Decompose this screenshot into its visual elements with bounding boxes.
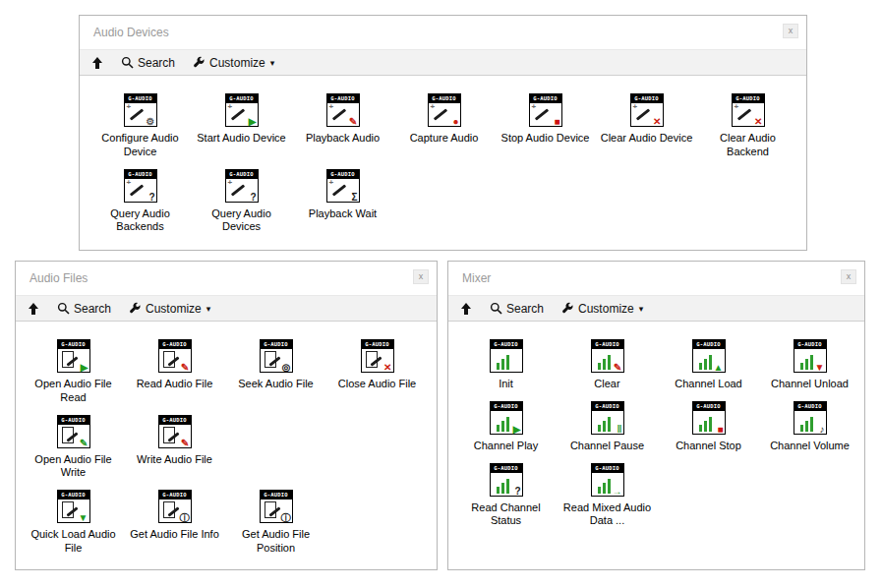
palette-item-label: Channel Unload	[771, 378, 849, 391]
palette-item-read-audio-file[interactable]: G-AUDIO✎Read Audio File	[124, 339, 225, 391]
palette-item-label: Channel Load	[675, 378, 742, 391]
palette-item-stop-audio-device[interactable]: G-AUDIO■Stop Audio Device	[495, 93, 596, 146]
palette-row: G-AUDIO⚙Configure Audio DeviceG-AUDIO▶St…	[89, 93, 806, 159]
palette-item-channel-volume[interactable]: G-AUDIO♪Channel Volume	[759, 401, 860, 453]
search-button[interactable]: Search	[57, 302, 111, 316]
palette-item-get-audio-file-info[interactable]: G-AUDIOⓘGet Audio File Info	[124, 490, 225, 542]
g-audio-icon: G-AUDIOⓘ	[260, 490, 293, 523]
palette-item-quick-load-audio-file[interactable]: G-AUDIO▼Quick Load Audio File	[23, 490, 124, 556]
palette-item-init[interactable]: G-AUDIOInit	[455, 339, 557, 391]
g-audio-icon: G-AUDIOΣ	[326, 169, 360, 203]
icon-banner-label: G-AUDIO	[794, 402, 826, 411]
titlebar: Audio Devices x	[80, 16, 806, 49]
palette-item-query-audio-backends[interactable]: G-AUDIO?Query Audio Backends	[89, 169, 191, 235]
search-icon	[57, 302, 70, 315]
palette-item-clear-audio-backend[interactable]: G-AUDIO✕Clear Audio Backend	[697, 93, 798, 159]
icon-banner-label: G-AUDIO	[693, 340, 725, 349]
palette-item-playback-audio[interactable]: G-AUDIO✎Playback Audio	[292, 93, 393, 146]
g-audio-icon: G-AUDIO✎	[57, 415, 90, 448]
accent-glyph-icon: ▶	[81, 363, 88, 373]
palette-item-label: Clear Audio Backend	[698, 132, 797, 159]
palette-item-label: Playback Audio	[306, 132, 380, 146]
palette-window-audio-files: Audio Files x Search Customize ▾ G-AUDIO…	[15, 261, 438, 570]
palette-item-label: Read Channel Status	[456, 501, 556, 529]
customize-button[interactable]: Customize ▾	[561, 302, 643, 316]
icon-banner-label: G-AUDIO	[592, 464, 623, 473]
palette-item-label: Seek Audio File	[238, 378, 313, 391]
palette-item-label: Clear	[594, 378, 619, 391]
palette-item-seek-audio-file[interactable]: G-AUDIO◎Seek Audio File	[225, 339, 326, 391]
desktop: Audio Devices x Search Customize ▾ G-AUD…	[0, 0, 882, 588]
customize-button[interactable]: Customize ▾	[129, 302, 210, 316]
palette-item-configure-audio-device[interactable]: G-AUDIO⚙Configure Audio Device	[89, 93, 191, 159]
palette-item-label: Query Audio Backends	[90, 207, 190, 235]
close-button[interactable]: x	[783, 24, 798, 38]
palette-item-label: Channel Pause	[570, 440, 644, 453]
palette-item-label: Get Audio File Position	[226, 528, 325, 556]
g-audio-icon: G-AUDIO♪	[794, 401, 827, 435]
palette-item-channel-unload[interactable]: G-AUDIO▼Channel Unload	[759, 339, 860, 391]
search-icon	[121, 56, 134, 69]
palette-item-clear[interactable]: G-AUDIO✎Clear	[557, 339, 658, 391]
g-audio-icon: G-AUDIO?	[490, 463, 523, 497]
accent-glyph-icon: ▶	[513, 425, 521, 435]
accent-glyph-icon: ?	[250, 193, 256, 203]
wrench-icon	[129, 302, 142, 315]
accent-glyph-icon: ✕	[653, 117, 661, 127]
icon-banner-label: G-AUDIO	[592, 340, 623, 349]
palette-row: G-AUDIO▶Open Audio File ReadG-AUDIO✎Read…	[23, 339, 437, 405]
palette-item-capture-audio[interactable]: G-AUDIO●Capture Audio	[393, 93, 495, 146]
icon-banner-label: G-AUDIO	[58, 491, 89, 500]
g-audio-icon: G-AUDIO■	[692, 401, 726, 435]
palette-item-label: Open Audio File Write	[24, 453, 123, 481]
accent-glyph-icon: ✎	[614, 363, 621, 373]
titlebar: Mixer x	[448, 262, 864, 295]
navigate-up-button[interactable]	[460, 302, 472, 316]
palette-item-label: Write Audio File	[137, 453, 212, 467]
palette-item-write-audio-file[interactable]: G-AUDIO✎Write Audio File	[124, 415, 225, 467]
palette-item-channel-play[interactable]: G-AUDIO▶Channel Play	[455, 401, 557, 453]
close-button[interactable]: x	[841, 269, 856, 284]
up-arrow-icon	[28, 302, 39, 316]
palette-item-channel-stop[interactable]: G-AUDIO■Channel Stop	[658, 401, 759, 453]
accent-glyph-icon: ■	[554, 117, 559, 127]
palette-item-channel-pause[interactable]: G-AUDIO‖Channel Pause	[557, 401, 658, 453]
palette-item-label: Channel Stop	[676, 440, 741, 453]
palette-item-query-audio-devices[interactable]: G-AUDIO?Query Audio Devices	[191, 169, 292, 235]
bars-glyph-icon	[491, 349, 522, 372]
palette-item-channel-load[interactable]: G-AUDIO▲Channel Load	[658, 339, 759, 391]
search-button[interactable]: Search	[121, 56, 175, 70]
palette-item-label: Start Audio Device	[197, 132, 286, 146]
palette-content: G-AUDIO⚙Configure Audio DeviceG-AUDIO▶St…	[80, 76, 806, 234]
palette-item-start-audio-device[interactable]: G-AUDIO▶Start Audio Device	[191, 93, 292, 146]
palette-row: G-AUDIOInitG-AUDIO✎ClearG-AUDIO▲Channel …	[455, 339, 864, 391]
g-audio-icon: G-AUDIO▶	[57, 339, 90, 373]
chevron-down-icon: ▾	[639, 304, 644, 314]
palette-item-get-audio-file-position[interactable]: G-AUDIOⓘGet Audio File Position	[225, 490, 326, 556]
icon-banner-label: G-AUDIO	[693, 402, 725, 411]
icon-banner-label: G-AUDIO	[261, 491, 292, 500]
palette-item-clear-audio-device[interactable]: G-AUDIO✕Clear Audio Device	[596, 93, 697, 146]
g-audio-icon: G-AUDIO◎	[260, 339, 293, 373]
palette-item-playback-wait[interactable]: G-AUDIOΣPlayback Wait	[292, 169, 393, 221]
chevron-down-icon: ▾	[206, 304, 211, 314]
search-icon	[490, 302, 502, 315]
navigate-up-button[interactable]	[91, 56, 103, 70]
up-arrow-icon	[460, 302, 472, 316]
search-button[interactable]: Search	[490, 302, 544, 316]
customize-button[interactable]: Customize ▾	[193, 56, 274, 70]
accent-glyph-icon: ●	[452, 117, 458, 127]
palette-item-close-audio-file[interactable]: G-AUDIO✕Close Audio File	[326, 339, 428, 391]
palette-item-label: Read Mixed Audio Data ...	[558, 501, 657, 529]
up-arrow-icon	[91, 56, 103, 70]
close-button[interactable]: x	[413, 269, 429, 284]
palette-item-read-channel-status[interactable]: G-AUDIO?Read Channel Status	[455, 463, 557, 529]
toolbar: Search Customize ▾	[16, 295, 437, 322]
palette-item-open-audio-file-read[interactable]: G-AUDIO▶Open Audio File Read	[23, 339, 124, 405]
palette-item-label: Stop Audio Device	[501, 132, 590, 146]
palette-item-read-mixed-audio-data[interactable]: G-AUDIO→Read Mixed Audio Data ...	[557, 463, 658, 529]
accent-glyph-icon: ✎	[181, 439, 189, 448]
palette-row: G-AUDIO✎Open Audio File WriteG-AUDIO✎Wri…	[23, 415, 437, 481]
palette-item-open-audio-file-write[interactable]: G-AUDIO✎Open Audio File Write	[23, 415, 124, 481]
navigate-up-button[interactable]	[28, 302, 39, 316]
